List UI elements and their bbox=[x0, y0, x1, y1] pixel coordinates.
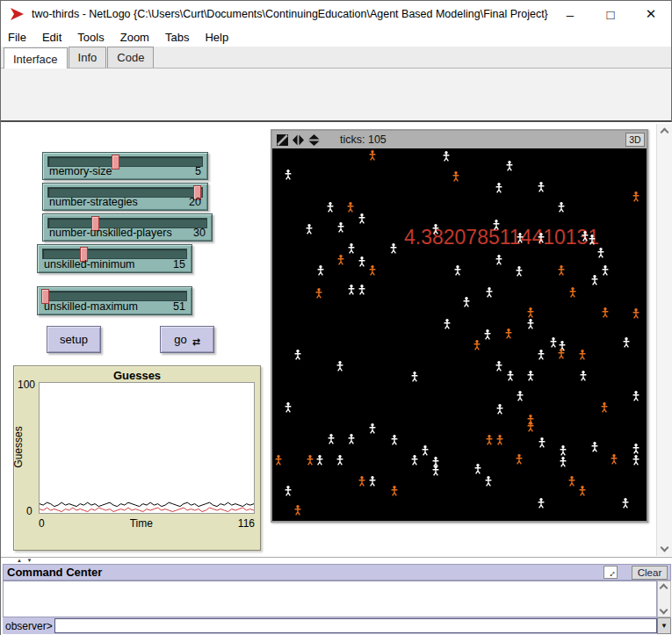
slider-number-unskilled-players[interactable]: number-unskilled-players30 bbox=[42, 213, 213, 242]
slider-number-strategies[interactable]: number-strategies20 bbox=[42, 183, 208, 211]
ticks-counter: ticks: 105 bbox=[340, 133, 387, 146]
agent-type-dropdown[interactable]: ▼ bbox=[657, 617, 671, 634]
scroll-down-icon[interactable] bbox=[660, 606, 668, 615]
tab-info[interactable]: Info bbox=[69, 47, 107, 68]
person-turtle bbox=[537, 498, 545, 509]
go-button[interactable]: go ⇄ bbox=[160, 326, 214, 353]
person-turtle bbox=[347, 285, 355, 296]
person-turtle bbox=[632, 307, 640, 319]
person-turtle bbox=[274, 454, 282, 465]
vertical-arrows-icon[interactable] bbox=[308, 134, 320, 146]
person-turtle bbox=[622, 498, 630, 509]
menu-help[interactable]: Help bbox=[205, 31, 228, 44]
watch-corner-icon[interactable] bbox=[277, 134, 288, 146]
person-turtle bbox=[588, 234, 596, 245]
interface-canvas: memory-size5 number-strategies20 number-… bbox=[1, 122, 672, 557]
menu-edit[interactable]: Edit bbox=[42, 31, 61, 44]
forever-icon: ⇄ bbox=[192, 336, 200, 348]
command-output-area[interactable] bbox=[3, 581, 657, 617]
person-turtle bbox=[453, 265, 461, 277]
command-output-scrollbar[interactable] bbox=[657, 581, 671, 617]
close-button[interactable]: ✕ bbox=[631, 1, 671, 27]
person-turtle bbox=[526, 371, 534, 382]
person-turtle bbox=[483, 329, 491, 341]
three-d-button[interactable]: 3D bbox=[625, 133, 645, 147]
person-turtle bbox=[443, 150, 451, 162]
setup-button[interactable]: setup bbox=[47, 326, 101, 353]
scroll-up-icon[interactable] bbox=[660, 584, 668, 593]
person-turtle bbox=[452, 170, 460, 182]
expand-command-center-button[interactable]: ↔ bbox=[603, 566, 618, 579]
slider-label: memory-size bbox=[49, 165, 112, 177]
person-turtle bbox=[432, 465, 440, 477]
person-turtle bbox=[526, 307, 534, 318]
person-turtle bbox=[369, 150, 377, 162]
person-turtle bbox=[473, 339, 481, 350]
person-turtle bbox=[632, 390, 640, 401]
tab-interface[interactable]: Interface bbox=[4, 47, 68, 69]
person-turtle bbox=[602, 307, 610, 318]
person-turtle bbox=[537, 182, 545, 193]
observer-prompt: observer> bbox=[3, 620, 54, 632]
person-turtle bbox=[537, 233, 545, 244]
canvas-vertical-scrollbar[interactable] bbox=[656, 124, 672, 556]
person-turtle bbox=[580, 371, 588, 382]
plot-title: Guesses bbox=[14, 369, 260, 382]
person-turtle bbox=[358, 213, 365, 225]
person-turtle bbox=[567, 476, 575, 487]
y-axis-label: Guesses bbox=[12, 421, 25, 473]
person-turtle bbox=[284, 170, 292, 181]
menu-tools[interactable]: Tools bbox=[77, 31, 104, 44]
person-turtle bbox=[284, 486, 292, 497]
slider-value: 5 bbox=[195, 165, 201, 177]
slider-memory-size[interactable]: memory-size5 bbox=[42, 152, 208, 180]
menu-file[interactable]: File bbox=[8, 31, 26, 44]
person-turtle bbox=[557, 201, 565, 213]
person-turtle bbox=[369, 476, 377, 487]
plot-lines bbox=[40, 383, 254, 513]
person-turtle bbox=[496, 434, 504, 445]
person-turtle bbox=[506, 160, 514, 171]
horizontal-arrows-icon[interactable] bbox=[293, 134, 304, 146]
person-turtle bbox=[347, 434, 355, 445]
scroll-up-icon[interactable] bbox=[661, 128, 669, 137]
person-turtle bbox=[336, 255, 344, 266]
person-turtle bbox=[526, 422, 534, 433]
person-turtle bbox=[632, 444, 640, 455]
x-axis-max-label: 116 bbox=[238, 517, 255, 530]
person-turtle bbox=[336, 221, 344, 233]
person-turtle bbox=[314, 287, 322, 299]
title-bar: two-thirds - NetLogo {C:\Users\Curt\Docu… bbox=[1, 1, 671, 27]
menu-tabs[interactable]: Tabs bbox=[165, 31, 189, 44]
menu-zoom[interactable]: Zoom bbox=[120, 31, 149, 44]
person-turtle bbox=[495, 255, 503, 266]
slider-unskilled-minimum[interactable]: unskilled-minimum15 bbox=[37, 244, 192, 273]
clear-button[interactable]: Clear bbox=[632, 566, 668, 580]
slider-unskilled-maximum[interactable]: unskilled-maximum51 bbox=[37, 286, 192, 315]
scroll-down-icon[interactable] bbox=[661, 544, 669, 552]
command-center-splitter[interactable]: ▲ ▼ bbox=[17, 558, 34, 563]
person-turtle bbox=[327, 434, 335, 445]
command-input[interactable] bbox=[54, 618, 657, 633]
minimize-button[interactable]: – bbox=[550, 1, 590, 27]
x-axis-min-label: 0 bbox=[39, 517, 45, 530]
command-center-title: Command Center bbox=[7, 566, 102, 579]
tab-code[interactable]: Code bbox=[107, 47, 154, 68]
maximize-button[interactable]: □ bbox=[590, 1, 631, 27]
command-input-row: observer> ▼ bbox=[3, 617, 671, 634]
person-turtle bbox=[506, 371, 514, 382]
person-turtle bbox=[293, 349, 301, 360]
slider-value: 30 bbox=[193, 227, 206, 239]
person-turtle bbox=[284, 402, 292, 414]
person-turtle bbox=[369, 265, 377, 277]
window-title: two-thirds - NetLogo {C:\Users\Curt\Docu… bbox=[32, 8, 548, 20]
person-turtle bbox=[610, 454, 618, 465]
person-turtle bbox=[632, 191, 640, 203]
person-turtle bbox=[495, 361, 503, 372]
x-axis-label: Time bbox=[130, 517, 153, 530]
world-canvas[interactable]: 4.3820785114410131 bbox=[272, 148, 647, 521]
person-turtle bbox=[293, 505, 301, 516]
person-turtle bbox=[486, 287, 494, 299]
person-turtle bbox=[517, 390, 524, 401]
person-turtle bbox=[597, 248, 605, 259]
